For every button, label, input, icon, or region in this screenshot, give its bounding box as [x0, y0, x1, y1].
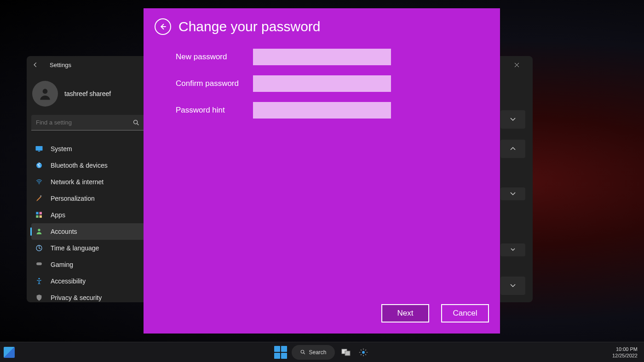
search-input[interactable]	[36, 119, 132, 126]
confirm-password-input[interactable]	[253, 75, 391, 92]
panel-expander-3[interactable]	[500, 187, 525, 200]
svg-rect-11	[40, 212, 42, 214]
sidebar-item-label: Bluetooth & devices	[51, 162, 108, 169]
cancel-button[interactable]: Cancel	[441, 304, 489, 322]
sidebar-item-system[interactable]: System	[31, 141, 146, 157]
change-password-modal: Change your password New password Confir…	[144, 8, 500, 334]
search-icon	[300, 349, 306, 355]
search-icon	[132, 119, 140, 126]
settings-search-box[interactable]	[31, 115, 144, 130]
svg-rect-9	[40, 195, 42, 197]
confirm-password-label: Confirm password	[176, 79, 253, 88]
sidebar-item-accounts[interactable]: Accounts	[31, 223, 146, 240]
paintbrush-icon	[35, 194, 43, 203]
avatar	[32, 81, 58, 107]
panel-expander-5[interactable]	[500, 277, 525, 295]
taskbar-date: 12/25/2022	[612, 352, 638, 359]
chevron-down-icon	[510, 283, 516, 289]
svg-point-3	[134, 120, 138, 124]
widgets-button[interactable]	[4, 347, 15, 358]
globe-clock-icon	[35, 244, 43, 252]
sidebar-item-time-language[interactable]: Time & language	[31, 240, 146, 256]
titlebar-back-button[interactable]	[32, 62, 41, 68]
modal-title: Change your password	[178, 19, 321, 34]
svg-rect-21	[345, 351, 350, 356]
panel-expander-2[interactable]	[500, 140, 525, 158]
modal-header: Change your password	[144, 8, 500, 39]
sidebar-item-label: Time & language	[51, 244, 99, 252]
chevron-down-icon	[510, 247, 516, 253]
gamepad-icon	[35, 260, 43, 269]
sidebar-item-label: Accounts	[51, 228, 77, 235]
start-button[interactable]	[274, 346, 287, 359]
settings-window-title: Settings	[50, 62, 71, 68]
next-button[interactable]: Next	[381, 304, 429, 322]
taskbar-search-label: Search	[309, 349, 326, 356]
svg-point-2	[43, 89, 48, 94]
bluetooth-icon	[35, 161, 43, 170]
monitor-icon	[35, 145, 43, 153]
svg-rect-12	[36, 215, 38, 218]
sidebar-item-label: Privacy & security	[51, 294, 102, 301]
password-form: New password Confirm password Password h…	[144, 39, 500, 119]
chevron-down-icon	[510, 116, 516, 123]
new-password-input[interactable]	[253, 49, 391, 65]
settings-nav: System Bluetooth & devices Network & int…	[31, 141, 146, 302]
sidebar-item-label: Gaming	[51, 261, 73, 268]
sidebar-item-apps[interactable]: Apps	[31, 207, 146, 223]
svg-rect-6	[38, 151, 40, 152]
next-button-label: Next	[397, 309, 414, 318]
shield-icon	[35, 294, 43, 302]
taskbar-task-view[interactable]	[339, 346, 352, 359]
person-icon	[35, 227, 43, 236]
sidebar-item-label: Network & internet	[51, 178, 104, 186]
accessibility-icon	[35, 277, 43, 285]
taskbar-settings-app[interactable]	[357, 346, 370, 359]
svg-rect-13	[40, 215, 42, 218]
svg-point-17	[38, 278, 40, 279]
window-close-button[interactable]	[506, 58, 527, 72]
svg-rect-16	[36, 262, 42, 265]
taskbar-time: 10:00 PM	[612, 346, 638, 352]
username-label: tashreef shareef	[64, 90, 111, 97]
sidebar-item-label: System	[51, 145, 72, 153]
taskbar: Search 10:00 PM 12/25/2022	[0, 342, 644, 362]
sidebar-item-network[interactable]: Network & internet	[31, 174, 146, 190]
sidebar-item-bluetooth[interactable]: Bluetooth & devices	[31, 157, 146, 174]
wifi-icon	[35, 178, 43, 186]
user-profile-row[interactable]: tashreef shareef	[31, 78, 146, 115]
svg-line-4	[137, 124, 138, 125]
sidebar-item-label: Accessibility	[51, 277, 86, 285]
panel-expander-4[interactable]	[500, 243, 525, 256]
svg-point-8	[39, 183, 40, 184]
taskbar-search[interactable]: Search	[292, 345, 335, 360]
panel-expander-1[interactable]	[500, 110, 525, 129]
sidebar-item-accessibility[interactable]: Accessibility	[31, 273, 146, 289]
sidebar-item-label: Personalization	[51, 195, 95, 202]
cancel-button-label: Cancel	[453, 309, 477, 318]
svg-rect-5	[36, 146, 43, 151]
apps-icon	[35, 211, 43, 219]
svg-point-14	[38, 229, 40, 231]
chevron-down-icon	[510, 191, 516, 197]
arrow-left-icon	[159, 23, 167, 31]
taskbar-clock[interactable]: 10:00 PM 12/25/2022	[612, 346, 640, 359]
sidebar-item-gaming[interactable]: Gaming	[31, 256, 146, 273]
svg-line-19	[304, 353, 305, 354]
password-hint-input[interactable]	[253, 102, 391, 119]
new-password-label: New password	[176, 52, 253, 62]
sidebar-item-personalization[interactable]: Personalization	[31, 190, 146, 207]
modal-back-button[interactable]	[155, 18, 171, 35]
svg-point-22	[362, 351, 365, 354]
svg-rect-10	[36, 212, 38, 214]
chevron-up-icon	[510, 146, 516, 152]
svg-point-18	[301, 350, 305, 353]
settings-sidebar: tashreef shareef System Bluetooth & devi…	[27, 74, 151, 302]
gear-icon	[359, 348, 368, 357]
sidebar-item-label: Apps	[51, 211, 65, 219]
password-hint-label: Password hint	[176, 106, 253, 115]
sidebar-item-privacy[interactable]: Privacy & security	[31, 289, 146, 302]
